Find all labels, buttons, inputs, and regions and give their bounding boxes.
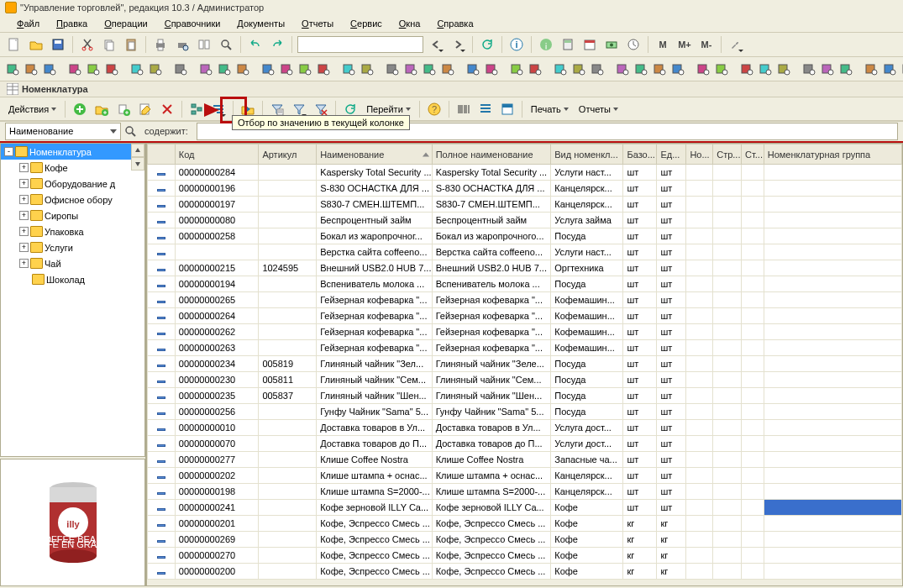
table-cell[interactable]: Кофе [551, 548, 623, 564]
table-cell[interactable] [764, 420, 901, 436]
table-cell[interactable]: шт [623, 340, 657, 356]
table-cell[interactable]: 00000000198 [175, 484, 259, 500]
table-cell[interactable] [148, 436, 176, 452]
table-cell[interactable]: шт [623, 276, 657, 292]
table-cell[interactable]: шт [623, 356, 657, 372]
table-cell[interactable] [764, 564, 901, 580]
tree-expand-icon[interactable]: + [19, 211, 29, 220]
table-row[interactable]: 00000000258Бокал из жаропрочног...Бокал … [148, 228, 902, 244]
table-cell[interactable]: Посуда [551, 388, 623, 404]
table-cell[interactable]: кг [623, 516, 657, 532]
table-cell[interactable] [148, 213, 176, 228]
table-cell[interactable]: Услуга дост... [551, 420, 623, 436]
toolbar-icon[interactable] [403, 60, 418, 78]
table-cell[interactable]: Посуда [551, 372, 623, 388]
table-cell[interactable]: S830-7 СМЕН.ШТЕМП... [432, 197, 551, 213]
toolbar-icon[interactable] [484, 60, 499, 78]
table-cell[interactable]: Клише Coffee Nostra [317, 452, 433, 468]
table-cell[interactable]: Гейзерная кофеварка "... [432, 324, 551, 340]
toolbar-icon[interactable] [714, 60, 729, 78]
table-cell[interactable] [713, 324, 742, 340]
table-cell[interactable]: Услуги наст... [551, 244, 623, 260]
table-cell[interactable] [764, 324, 901, 340]
table-cell[interactable]: S-830 ОСНАСТКА ДЛЯ ... [317, 181, 433, 197]
table-cell[interactable] [686, 420, 713, 436]
toolbar-search-input[interactable] [297, 36, 423, 53]
table-cell[interactable] [259, 404, 317, 420]
column-header[interactable]: Полное наименование [432, 144, 551, 165]
table-cell[interactable]: Кофе, Эспрессо Смесь ... [317, 516, 433, 532]
table-cell[interactable] [742, 388, 764, 404]
table-cell[interactable]: 00000000197 [175, 197, 259, 213]
table-row[interactable]: 00000000262Гейзерная кофеварка "...Гейзе… [148, 324, 902, 340]
i-icon[interactable]: i [507, 35, 526, 54]
table-cell[interactable]: Доставка товаров в Ул... [432, 420, 551, 436]
table-cell[interactable]: Канцелярск... [551, 181, 623, 197]
table-cell[interactable] [148, 404, 176, 420]
table-cell[interactable] [742, 197, 764, 213]
table-cell[interactable]: Беспроцентный займ [317, 213, 433, 228]
table-cell[interactable]: шт [623, 388, 657, 404]
table-cell[interactable]: Глиняный чайник "Зел... [317, 356, 433, 372]
table-cell[interactable]: шт [623, 181, 657, 197]
table-cell[interactable]: Внешний USB2.0 HUB 7... [432, 260, 551, 276]
table-cell[interactable] [686, 484, 713, 500]
table-cell[interactable]: Кофе [551, 532, 623, 548]
table-row[interactable]: 00000000197S830-7 СМЕН.ШТЕМП...S830-7 СМ… [148, 197, 902, 213]
table-cell[interactable] [742, 372, 764, 388]
table-cell[interactable] [175, 244, 259, 260]
toolbar-icon[interactable] [696, 60, 711, 78]
table-cell[interactable]: Вспениватель молока ... [432, 276, 551, 292]
table-cell[interactable] [742, 292, 764, 308]
find-icon[interactable] [217, 35, 235, 54]
table-cell[interactable]: 00000000256 [175, 404, 259, 420]
table-cell[interactable]: шт [657, 388, 686, 404]
toolbar-icon[interactable] [652, 60, 667, 78]
table-cell[interactable]: шт [623, 404, 657, 420]
table-cell[interactable] [764, 292, 901, 308]
table-row[interactable]: 00000000230005811Глиняный чайник "Сем...… [148, 372, 902, 388]
toolbar-icon[interactable] [42, 60, 57, 78]
table-cell[interactable]: шт [623, 452, 657, 468]
filter-field-select[interactable]: Наименование [5, 123, 121, 140]
table-cell[interactable]: шт [623, 244, 657, 260]
column-header[interactable]: Артикул [259, 144, 317, 165]
table-cell[interactable]: шт [623, 372, 657, 388]
table-cell[interactable] [713, 228, 742, 244]
table-cell[interactable]: шт [657, 436, 686, 452]
wrench-icon[interactable] [727, 35, 745, 54]
toolbar-icon[interactable] [360, 60, 375, 78]
table-cell[interactable] [742, 484, 764, 500]
table-cell[interactable] [764, 308, 901, 324]
table-cell[interactable]: шт [623, 213, 657, 228]
table-cell[interactable]: Гейзерная кофеварка "... [317, 340, 433, 356]
calc-icon[interactable] [559, 35, 577, 54]
table-cell[interactable] [259, 484, 317, 500]
table-cell[interactable]: шт [657, 292, 686, 308]
table-cell[interactable] [686, 244, 713, 260]
column-header[interactable]: Стр... [713, 144, 742, 165]
table-cell[interactable]: Кофемашин... [551, 292, 623, 308]
toolbar-icon[interactable] [86, 60, 101, 78]
toolbar-icon[interactable] [553, 60, 568, 78]
table-cell[interactable] [148, 244, 176, 260]
table-cell[interactable]: кг [657, 548, 686, 564]
table-cell[interactable] [713, 292, 742, 308]
table-cell[interactable]: Услуги наст... [551, 165, 623, 181]
table-cell[interactable]: Внешний USB2.0 HUB 7... [317, 260, 433, 276]
table-cell[interactable]: шт [657, 165, 686, 181]
table-cell[interactable] [764, 356, 901, 372]
table-cell[interactable] [742, 564, 764, 580]
table-row[interactable]: 00000000256Гунфу Чайник "Sama" 5...Гунфу… [148, 404, 902, 420]
tree-expand-icon[interactable]: - [4, 147, 13, 156]
table-cell[interactable]: Беспроцентный займ [432, 213, 551, 228]
tree-expand-icon[interactable]: + [19, 179, 29, 188]
table-cell[interactable]: кг [657, 564, 686, 580]
table-cell[interactable] [713, 340, 742, 356]
goto-dropdown[interactable]: Перейти [363, 104, 414, 114]
toolbar-icon[interactable] [615, 60, 630, 78]
m-minus-button[interactable]: M- [697, 35, 716, 54]
table-cell[interactable]: Оргтехника [551, 260, 623, 276]
table-cell[interactable]: 00000000201 [175, 516, 259, 532]
table-cell[interactable]: Верстка сайта coffeeno... [432, 244, 551, 260]
